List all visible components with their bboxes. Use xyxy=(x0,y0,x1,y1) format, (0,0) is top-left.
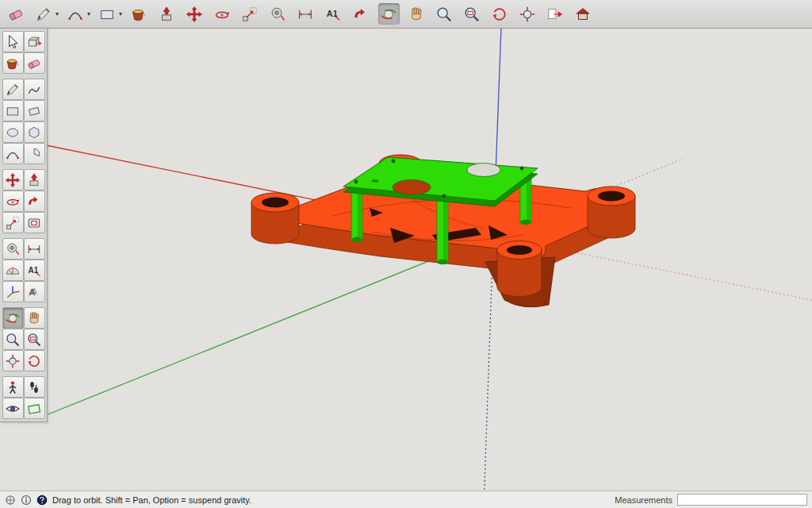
section-plane-button[interactable] xyxy=(24,398,45,419)
zoom-window-button[interactable] xyxy=(24,329,45,350)
tape-measure-icon xyxy=(269,6,286,23)
text-button[interactable] xyxy=(323,3,344,25)
3d-text-icon xyxy=(26,284,42,300)
warehouse-icon xyxy=(574,6,592,23)
status-hint: Drag to orbit. Shift = Pan, Option = sus… xyxy=(52,495,251,505)
line-button[interactable] xyxy=(2,79,24,100)
move-button[interactable] xyxy=(184,3,205,25)
blue-axis-dotted xyxy=(484,238,493,508)
zoom-extents-button[interactable] xyxy=(2,350,24,371)
zoom-toolbar-item xyxy=(434,3,455,25)
rectangle-button[interactable] xyxy=(2,100,24,121)
pie-button[interactable] xyxy=(24,143,45,164)
text-button[interactable] xyxy=(24,260,45,281)
zoom-window-button[interactable] xyxy=(462,3,483,25)
palette-row xyxy=(1,238,46,260)
credits-icon[interactable] xyxy=(21,495,32,506)
palette-row xyxy=(1,169,46,190)
dimension-button[interactable] xyxy=(295,3,316,25)
position-camera-icon xyxy=(5,379,21,395)
protractor-button[interactable] xyxy=(2,260,24,281)
viewport[interactable] xyxy=(0,0,812,508)
line-dropdown-caret[interactable]: ▾ xyxy=(56,11,59,17)
measurements-input[interactable] xyxy=(677,494,807,506)
pan-button[interactable] xyxy=(24,307,45,329)
zoom-previous-button[interactable] xyxy=(24,350,45,371)
arc-icon xyxy=(67,6,84,23)
axes-button[interactable] xyxy=(2,281,24,302)
rotated-rectangle-button[interactable] xyxy=(24,100,45,121)
help-icon[interactable] xyxy=(36,495,48,506)
orbit-button[interactable] xyxy=(378,3,400,25)
3d-text-button[interactable] xyxy=(24,281,45,302)
warehouse-button[interactable] xyxy=(573,3,594,25)
tape-measure-button[interactable] xyxy=(267,3,289,25)
shapes-button[interactable] xyxy=(97,3,118,25)
text-icon xyxy=(26,263,42,279)
tape-measure-toolbar-item xyxy=(267,3,289,25)
zoom-button[interactable] xyxy=(434,3,455,25)
paint-bucket-icon xyxy=(5,56,21,71)
move-button[interactable] xyxy=(2,169,24,190)
follow-me-button[interactable] xyxy=(24,190,45,212)
dimension-button[interactable] xyxy=(24,238,45,260)
pan-icon xyxy=(408,6,425,23)
paint-bucket-toolbar-item xyxy=(128,3,150,25)
dimension-icon xyxy=(297,6,314,23)
standoff-front-mid xyxy=(437,200,448,264)
rotate-button[interactable] xyxy=(212,3,233,25)
zoom-previous-button[interactable] xyxy=(489,3,511,25)
orbit-button[interactable] xyxy=(2,307,24,329)
polygon-button[interactable] xyxy=(24,121,45,143)
palette-group-3 xyxy=(1,169,46,233)
scale-button[interactable] xyxy=(239,3,261,25)
line-toolbar-item: ▾ xyxy=(33,3,59,25)
eraser-button[interactable] xyxy=(24,52,45,74)
push-pull-icon xyxy=(158,6,175,23)
rotate-icon xyxy=(213,6,231,23)
arc-button[interactable] xyxy=(65,3,86,25)
freehand-button[interactable] xyxy=(24,79,45,100)
paint-bucket-button[interactable] xyxy=(128,3,150,25)
zoom-extents-button[interactable] xyxy=(517,3,538,25)
rotate-toolbar-item xyxy=(212,3,233,25)
section-plane-icon xyxy=(26,401,42,417)
push-pull-button[interactable] xyxy=(156,3,178,25)
offset-button[interactable] xyxy=(24,212,45,233)
text-toolbar-item xyxy=(323,3,344,25)
pan-button[interactable] xyxy=(406,3,427,25)
select-button[interactable] xyxy=(2,31,24,52)
tape-measure-icon xyxy=(5,241,21,257)
geolocation-icon[interactable] xyxy=(5,495,16,506)
eraser-button[interactable] xyxy=(6,3,27,25)
walk-button[interactable] xyxy=(24,376,45,398)
sketchup-window: A1 AA xyxy=(0,0,812,508)
position-camera-button[interactable] xyxy=(2,376,24,398)
arc-toolbar-item: ▾ xyxy=(65,3,90,25)
circle-button[interactable] xyxy=(2,121,24,143)
model-quadcopter-frame[interactable] xyxy=(251,155,635,307)
line-button[interactable] xyxy=(33,3,55,25)
arc-button[interactable] xyxy=(2,143,24,164)
orbit-icon xyxy=(5,310,21,326)
follow-me-icon xyxy=(352,6,370,23)
look-around-button[interactable] xyxy=(2,398,24,419)
circle-icon xyxy=(5,125,21,140)
tape-measure-button[interactable] xyxy=(2,238,24,260)
rotate-button[interactable] xyxy=(2,190,24,212)
export-button[interactable] xyxy=(545,3,566,25)
paint-bucket-button[interactable] xyxy=(2,52,24,74)
rectangle-icon xyxy=(5,103,21,119)
rotate-icon xyxy=(5,194,21,210)
push-pull-button[interactable] xyxy=(24,169,45,190)
zoom-button[interactable] xyxy=(2,329,24,350)
move-icon xyxy=(5,172,21,188)
scale-button[interactable] xyxy=(2,212,24,233)
make-component-button[interactable] xyxy=(24,31,45,52)
measurements-label: Measurements xyxy=(615,495,672,505)
follow-me-button[interactable] xyxy=(350,3,372,25)
shapes-dropdown-caret[interactable]: ▾ xyxy=(119,11,122,17)
dimension-icon xyxy=(26,241,42,257)
zoom-previous-icon xyxy=(26,353,42,369)
arc-dropdown-caret[interactable]: ▾ xyxy=(87,11,90,17)
